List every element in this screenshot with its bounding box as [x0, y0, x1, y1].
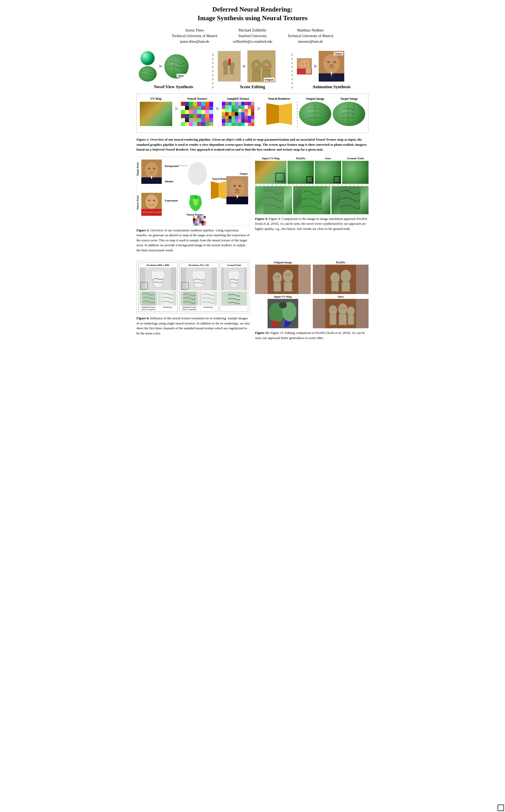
title-section: Deferred Neural Rendering: Image Synthes… [137, 5, 368, 22]
svg-point-14 [265, 63, 268, 66]
st-cell-38 [248, 112, 251, 116]
figure8-gt-sub [221, 292, 247, 306]
st-cell-29 [251, 109, 254, 113]
obama-output: Output [319, 51, 344, 82]
st-cell-7 [244, 102, 248, 105]
svg-point-36 [153, 200, 155, 201]
se-output-badge: Output [264, 78, 275, 81]
output-globe-svg [299, 102, 331, 126]
st-cell-37 [244, 112, 248, 116]
nt-cell-39 [209, 118, 213, 122]
fig15-original-img [255, 265, 311, 294]
st-cell-39 [251, 112, 254, 116]
target-globe-svg [333, 102, 365, 126]
figure15-bottom-row: Input UV-Map Ours [255, 295, 368, 328]
neural-texture-italic: Neural Texture [316, 138, 337, 141]
st-cell-1 [225, 102, 228, 105]
two-col-section: Target Actor Source Actor [137, 157, 368, 258]
st-cell-4 [235, 102, 238, 105]
fig8-256-label2: Rendering [199, 306, 217, 311]
author-2-name: Michael Zollhöfer [233, 27, 272, 33]
svg-point-22 [327, 61, 330, 63]
figure4-section: Input UV-Map Pix2Pix Ours Ground Truth [255, 157, 368, 258]
mini-nt-cell-1 [195, 216, 197, 218]
background-arrow [178, 166, 188, 166]
st-cell-55 [238, 119, 241, 123]
svg-point-41 [233, 185, 236, 187]
st-cell-48 [248, 116, 251, 119]
nt-cell-25 [185, 114, 189, 118]
nt-cell-19 [193, 110, 197, 114]
figure15-caption: Figure 15: Figure 15: Editing comparison… [255, 330, 368, 340]
fig15-original-label: Original Image [255, 261, 311, 264]
fig4-gt-globe [342, 161, 368, 184]
fig4-label-3: Ground Truth [342, 157, 368, 160]
nt-cell-22 [205, 110, 209, 114]
fig8-256-sampled-svg [180, 292, 198, 306]
nt-cell-23 [209, 110, 213, 114]
nt-cell-12 [197, 106, 201, 110]
pipeline-neural-texture: Neural Texture [181, 97, 213, 126]
fig15-original-col: Original Image [255, 261, 311, 294]
vase-256-zoom-box [181, 282, 189, 289]
as-images: ➤ Output [297, 49, 366, 83]
trump-mask-overlay [306, 68, 311, 74]
mini-nt-cell-19 [195, 223, 197, 226]
figure15-caption-text: Figure 15: Editing comparison to Pix2Pix… [255, 331, 365, 340]
neural-texture-grid [181, 102, 213, 126]
fig4-p2p-zoom-svg [255, 186, 292, 214]
st-cell-65 [238, 123, 241, 126]
mini-nt-cell-13 [195, 221, 197, 223]
fig4-ours-globe [315, 161, 341, 184]
svg-point-93 [341, 270, 351, 283]
svg-rect-1 [218, 51, 241, 82]
svg-rect-92 [331, 283, 339, 292]
figure4-dashed-line [255, 185, 368, 185]
fig4-gt-zoom-svg [331, 186, 368, 214]
globe-svg [139, 66, 157, 82]
nr-left-page [266, 103, 279, 125]
figure8-vase-256 [180, 268, 217, 291]
divider-2 [292, 54, 292, 90]
output-globe [299, 102, 331, 126]
st-cell-19 [251, 105, 254, 109]
nvs-input-images [139, 51, 157, 82]
st-cell-25 [238, 109, 241, 113]
st-cell-16 [241, 105, 244, 109]
svg-rect-82 [325, 265, 356, 294]
st-cell-24 [235, 109, 238, 113]
figure8-vase-4096 [140, 268, 176, 291]
svg-rect-77 [284, 282, 292, 292]
figure2-caption-bold: Figure 2: Overview of our neural renderi… [137, 138, 367, 151]
svg-point-81 [288, 274, 291, 276]
figure4-top-row [255, 161, 368, 184]
svg-point-80 [285, 274, 288, 276]
fig8-gt-sub-svg [221, 292, 247, 306]
svg-rect-47 [302, 186, 322, 214]
fig15-ours-label: Ours [313, 295, 368, 298]
nt-cell-27 [193, 114, 197, 118]
nt-cell-29 [201, 114, 205, 118]
nt-cell-45 [201, 122, 205, 126]
st-cell-64 [235, 123, 238, 126]
st-cell-14 [235, 105, 238, 109]
mini-nt-cell-17 [204, 221, 206, 223]
nt-cell-17 [185, 110, 189, 114]
neural-texture-label: Neural Texture [181, 97, 213, 101]
nt-cell-3 [193, 102, 197, 106]
mini-nt-cell-22 [201, 223, 203, 226]
st-cell-62 [228, 123, 232, 126]
background-label: Background [165, 165, 178, 167]
svg-point-17 [302, 63, 303, 64]
uv-map-img [140, 102, 172, 126]
st-cell-69 [251, 123, 254, 126]
st-cell-49 [251, 116, 254, 119]
st-cell-32 [228, 112, 232, 116]
svg-point-21 [323, 54, 340, 73]
svg-point-78 [275, 276, 277, 278]
mini-nt-cell-7 [195, 218, 197, 221]
svg-point-6 [228, 58, 231, 61]
fig4-p2p-selection [306, 176, 313, 183]
st-cell-34 [235, 112, 238, 116]
svg-point-111 [338, 304, 347, 315]
